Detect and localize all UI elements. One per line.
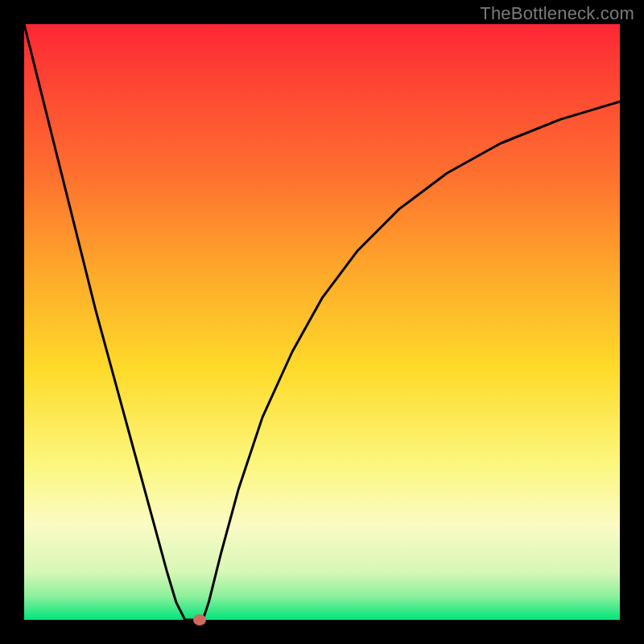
curve-svg xyxy=(24,24,620,620)
watermark-text: TheBottleneck.com xyxy=(480,3,634,24)
bottleneck-curve xyxy=(24,24,620,620)
optimal-point-marker xyxy=(193,614,206,625)
plot-area xyxy=(24,24,620,620)
chart-frame: TheBottleneck.com xyxy=(0,0,644,644)
